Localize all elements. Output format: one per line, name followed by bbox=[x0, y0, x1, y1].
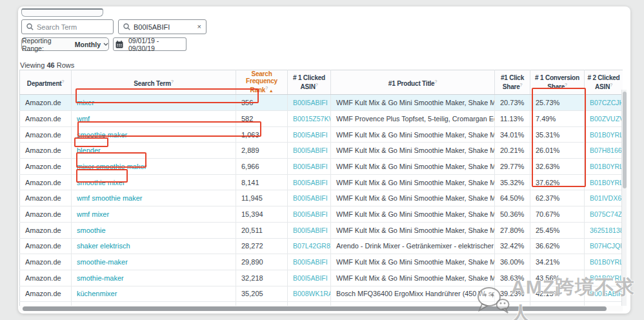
help-icon[interactable]: ? bbox=[434, 79, 437, 84]
help-icon[interactable]: ? bbox=[316, 83, 318, 87]
cell-search-frequency-rank: 8,141 bbox=[236, 174, 288, 190]
search-term-link[interactable]: smothie-maker bbox=[77, 274, 124, 282]
cell-department: Amazon.de bbox=[20, 286, 72, 302]
search-term-link[interactable]: wmf bbox=[77, 115, 90, 123]
table-row[interactable]: Amazon.de wmf smoothie maker 11,945 B00I… bbox=[20, 190, 623, 206]
column-header-product-title-1[interactable]: #1 Product Title? bbox=[331, 70, 495, 95]
chevron-down-icon bbox=[103, 43, 108, 46]
search-term-link[interactable]: wmf mixer bbox=[77, 210, 109, 218]
help-icon[interactable]: ? bbox=[610, 83, 612, 87]
cell-search-frequency-rank: 356 bbox=[236, 95, 288, 111]
cell-department: Amazon.de bbox=[20, 111, 72, 127]
vertical-scrollbar-thumb[interactable] bbox=[623, 92, 627, 188]
column-header-clicked-asin-2[interactable]: # 2 ClickedASIN? bbox=[585, 70, 623, 95]
clicked-asin-1-link[interactable]: B00I5ABIFI bbox=[293, 99, 328, 106]
cell-product-title-1: Arendo - Drink Mixer - Getränkemixer - e… bbox=[331, 238, 495, 254]
search-term-link[interactable]: mixer bbox=[77, 99, 94, 106]
clicked-asin-2-link[interactable]: B07H81667H bbox=[590, 146, 623, 154]
column-header-search-term[interactable]: Search Term? bbox=[72, 70, 236, 95]
vertical-scrollbar[interactable] bbox=[621, 90, 627, 306]
table-row[interactable]: Amazon.de smoothie maker 1,063 B00I5ABIF… bbox=[20, 126, 623, 143]
column-header-clicked-asin-1[interactable]: # 1 ClickedASIN? bbox=[288, 70, 331, 95]
clicked-asin-2-link[interactable]: B07CZCJH2K bbox=[590, 99, 623, 106]
search-term-link[interactable]: küchenmixer bbox=[77, 290, 117, 297]
cell-conversion-share-1: 43.56% bbox=[530, 270, 585, 286]
search-term-input[interactable] bbox=[37, 23, 108, 31]
search-term-link[interactable]: shaker elektrisch bbox=[77, 242, 130, 250]
clicked-asin-1-link[interactable]: B008WK1RAM bbox=[293, 290, 331, 297]
clicked-asin-1-link[interactable]: B00I5ABIFI bbox=[293, 146, 328, 154]
horizontal-scrollbar-thumb[interactable] bbox=[23, 306, 607, 311]
table-row[interactable]: Amazon.de shaker elektrisch 28,272 B07L4… bbox=[20, 238, 623, 254]
clicked-asin-2-link[interactable]: 362518138X bbox=[590, 226, 623, 234]
horizontal-scrollbar[interactable] bbox=[19, 306, 623, 312]
help-icon[interactable]: ? bbox=[171, 79, 174, 84]
clicked-asin-1-link[interactable]: B00I5ABIFI bbox=[293, 179, 328, 186]
cell-product-title-1: WMF Kult Mix & Go Mini Smoothie Maker, S… bbox=[331, 254, 495, 270]
table-row[interactable]: Amazon.de wmf 582 B0015Z57KW WMF Provenc… bbox=[20, 111, 623, 127]
cell-department: Amazon.de bbox=[20, 174, 72, 190]
clicked-asin-1-link[interactable]: B00I5ABIFI bbox=[293, 131, 328, 139]
search-term-link[interactable]: smoothie bbox=[77, 226, 106, 234]
cell-conversion-share-1: 37.62% bbox=[530, 174, 585, 190]
clear-icon[interactable]: × bbox=[197, 23, 201, 30]
search-term-link[interactable]: smoothie mixer bbox=[77, 179, 125, 186]
table-row[interactable]: Amazon.de mixer 356 B00I5ABIFI WMF Kult … bbox=[20, 95, 623, 111]
table-row[interactable]: Amazon.de smoothie 20,511 B00I5ABIFI WMF… bbox=[20, 222, 623, 238]
clicked-asin-2-link[interactable]: B00I5ABIFI bbox=[590, 290, 623, 297]
table-row[interactable]: Amazon.de smoothie-maker 29,890 B00I5ABI… bbox=[20, 254, 623, 270]
search-term-link[interactable]: mixer smoothie maker bbox=[77, 163, 146, 170]
search-term-link[interactable]: smoothie maker bbox=[77, 131, 127, 139]
cell-product-title-1: WMF Kult Mix & Go Mini Smoothie Maker, S… bbox=[331, 222, 495, 238]
search-term-link[interactable]: wmf smoothie maker bbox=[77, 194, 142, 202]
help-icon[interactable]: ? bbox=[61, 79, 64, 84]
cell-conversion-share-1: 62.37% bbox=[530, 190, 585, 206]
calendar-button[interactable] bbox=[113, 37, 125, 51]
asin-filter-field[interactable]: × bbox=[118, 19, 206, 34]
cell-product-title-1: WMF Kult Mix & Go Mini Smoothie Maker, S… bbox=[331, 143, 495, 159]
search-term-link[interactable]: smoothie-maker bbox=[77, 258, 128, 266]
clicked-asin-2-link[interactable]: B01B0YRL4M bbox=[590, 258, 623, 266]
clicked-asin-1-link[interactable]: B07L42GR8W bbox=[293, 242, 331, 250]
table-row[interactable]: Amazon.de smothie-maker 32,218 B00I5ABIF… bbox=[20, 270, 623, 286]
table-row[interactable]: Amazon.de mixer smoothie maker 6,966 B00… bbox=[20, 159, 623, 175]
clicked-asin-2-link[interactable]: B01B0YRL4M bbox=[590, 131, 623, 139]
table-row[interactable]: Amazon.de küchenmixer 35,205 B008WK1RAM … bbox=[20, 286, 623, 302]
clicked-asin-2-link[interactable]: B01B0YRL4M bbox=[590, 179, 623, 186]
table-row[interactable]: Amazon.de blender 2,889 B00I5ABIFI WMF K… bbox=[20, 143, 623, 159]
cell-department: Amazon.de bbox=[20, 159, 72, 175]
clicked-asin-2-link[interactable]: B00ZVUZVFI bbox=[590, 115, 623, 123]
column-header-click-share-1[interactable]: #1 ClickShare? bbox=[495, 70, 530, 95]
cell-conversion-share-1: 36.62% bbox=[530, 238, 585, 254]
clicked-asin-1-link[interactable]: B0015Z57KW bbox=[293, 115, 331, 123]
clicked-asin-2-link[interactable]: B075C74ZJP bbox=[590, 210, 623, 218]
clicked-asin-1-link[interactable]: B00I5ABIFI bbox=[293, 274, 328, 282]
column-header-search-frequency-rank[interactable]: Search FrequencyRank? ▲ bbox=[236, 70, 288, 95]
table-row[interactable]: Amazon.de wmf mixer 15,394 B00I5ABIFI WM… bbox=[20, 206, 623, 223]
clicked-asin-2-link[interactable]: B01IVDX644 bbox=[590, 194, 623, 202]
column-header-department[interactable]: Department? bbox=[20, 70, 72, 95]
table-row[interactable]: Amazon.de smoothie mixer 8,141 B00I5ABIF… bbox=[20, 174, 623, 190]
content-card: × Reporting Range: Monthly 09/01/19 - 09… bbox=[18, 6, 630, 314]
clicked-asin-1-link[interactable]: B00I5ABIFI bbox=[293, 226, 328, 234]
cell-product-title-1: WMF Kult Mix & Go Mini Smoothie Maker, S… bbox=[331, 190, 495, 206]
help-icon[interactable]: ? bbox=[520, 83, 523, 87]
clipped-top-control[interactable] bbox=[21, 8, 103, 17]
search-term-field[interactable] bbox=[21, 19, 114, 34]
search-term-link[interactable]: blender bbox=[77, 146, 101, 154]
help-icon[interactable]: ? bbox=[565, 83, 567, 87]
clicked-asin-1-link[interactable]: B00I5ABIFI bbox=[293, 258, 328, 266]
clicked-asin-2-link[interactable]: B01B0YRL4M bbox=[590, 163, 623, 170]
clicked-asin-1-link[interactable]: B00I5ABIFI bbox=[293, 163, 328, 170]
date-range-field[interactable]: 09/01/19 - 09/30/19 bbox=[125, 37, 186, 51]
column-header-conversion-share-1[interactable]: # 1 ConversionShare? bbox=[530, 70, 585, 95]
cell-search-frequency-rank: 6,966 bbox=[236, 159, 288, 175]
reporting-range-dropdown[interactable]: Reporting Range: Monthly bbox=[21, 37, 109, 51]
cell-department: Amazon.de bbox=[20, 143, 72, 159]
clicked-asin-2-link[interactable]: B07HCJQPS3 bbox=[590, 242, 623, 250]
asin-filter-input[interactable] bbox=[134, 23, 194, 31]
clicked-asin-2-link[interactable]: B01B0YRL4M bbox=[590, 274, 623, 282]
clicked-asin-1-link[interactable]: B00I5ABIFI bbox=[293, 210, 328, 218]
cell-click-share-1: 29.77% bbox=[495, 159, 530, 175]
clicked-asin-1-link[interactable]: B00I5ABIFI bbox=[293, 194, 328, 202]
